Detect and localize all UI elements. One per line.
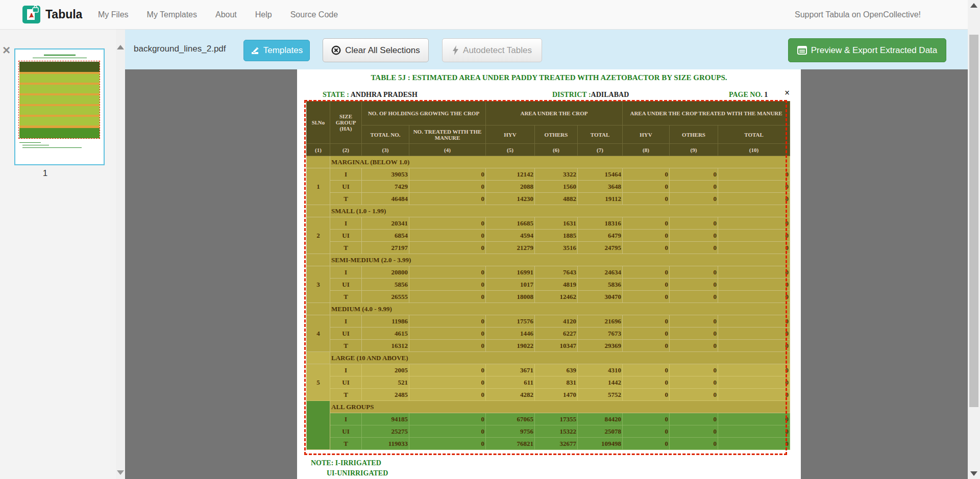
page-scrollbar[interactable]	[968, 0, 980, 479]
table-cell: 521	[362, 376, 409, 389]
table-cell: 119033	[362, 438, 409, 450]
irrigation-code-cell: T	[330, 389, 362, 401]
table-cell: 17355	[535, 413, 578, 425]
table-row: T24850428214705752000	[307, 389, 790, 401]
table-cell: 0	[718, 266, 790, 279]
table-cell: 11986	[362, 315, 409, 327]
sidebar-scroll-down-icon[interactable]	[117, 470, 124, 475]
table-cell: 26555	[362, 291, 409, 303]
table-cell: 0	[409, 279, 486, 291]
section-sl-cell: 2	[307, 217, 330, 254]
col-number: (8)	[623, 144, 670, 156]
col-header-treated: NO. TREATED WITH THE MANURE	[409, 125, 486, 144]
sidebar-scrollbar[interactable]	[116, 30, 125, 479]
note-line-2: UI-UNIRRIGATED	[327, 469, 388, 477]
preview-export-button[interactable]: Preview & Export Extracted Data	[788, 38, 946, 62]
autodetect-tables-button: Autodetect Tables	[442, 38, 542, 62]
table-cell: 0	[670, 389, 718, 401]
templates-button[interactable]: Templates	[243, 40, 310, 61]
table-cell: 2485	[362, 389, 409, 401]
table-cell: 0	[409, 181, 486, 193]
scroll-up-icon[interactable]	[970, 3, 977, 8]
remove-page-icon[interactable]: ×	[3, 45, 10, 55]
page-no-value: 1	[764, 91, 768, 98]
irrigation-code-cell: I	[330, 364, 362, 376]
table-cell: 0	[670, 438, 718, 450]
col-number: (7)	[578, 144, 623, 156]
table-cell: 0	[670, 230, 718, 242]
nav-item-my-files[interactable]: My Files	[98, 10, 129, 19]
table-cell: 39053	[362, 168, 409, 181]
nav-item-my-templates[interactable]: My Templates	[147, 10, 197, 19]
col-number: (6)	[535, 144, 578, 156]
table-cell: 0	[623, 413, 670, 425]
table-cell: 16312	[362, 340, 409, 352]
table-cell: 4615	[362, 327, 409, 340]
col-header-holdings: NO. OF HOLDINGS GROWING THE CROP	[362, 102, 486, 125]
table-cell: 0	[623, 291, 670, 303]
table-cell: 1446	[486, 327, 535, 340]
table-cell: 0	[623, 425, 670, 438]
irrigation-code-cell: UI	[330, 230, 362, 242]
irrigation-code-cell: UI	[330, 327, 362, 340]
section-label: LARGE (10 AND ABOVE)	[330, 352, 790, 364]
table-cell: 0	[670, 425, 718, 438]
table-cell: 0	[670, 181, 718, 193]
table-cell: 0	[623, 168, 670, 181]
table-cell: 0	[718, 327, 790, 340]
sidebar-scroll-up-icon[interactable]	[117, 45, 124, 49]
table-cell: 18316	[578, 217, 623, 230]
selection-close-icon[interactable]: ×	[785, 89, 790, 97]
clear-all-selections-button[interactable]: Clear All Selections	[323, 38, 429, 62]
support-link[interactable]: Support Tabula on OpenCollective!	[795, 0, 921, 30]
table-cell: 3322	[535, 168, 578, 181]
table-row: UI52106118311442000	[307, 376, 790, 389]
table-cell: 0	[623, 279, 670, 291]
pdf-page[interactable]: TABLE 5J : ESTIMATED AREA UNDER PADDY TR…	[297, 69, 801, 479]
table-cell: 0	[718, 168, 790, 181]
template-import-icon	[251, 47, 259, 55]
top-navbar: Tabula My Files My Templates About Help …	[0, 0, 968, 30]
table-cell: 25275	[362, 425, 409, 438]
table-cell: 0	[409, 291, 486, 303]
table-cell: 0	[409, 266, 486, 279]
state-value: ANDHRA PRADESH	[351, 91, 418, 98]
table-cell: 3648	[578, 181, 623, 193]
table-cell: 21279	[486, 242, 535, 254]
autodetect-label: Autodetect Tables	[463, 45, 532, 56]
table-cell: 0	[670, 364, 718, 376]
table-cell: 0	[718, 217, 790, 230]
nav-item-about[interactable]: About	[215, 10, 237, 19]
page-thumbnail[interactable]	[14, 48, 105, 165]
table-cell: 25078	[578, 425, 623, 438]
scrollbar-thumb[interactable]	[969, 35, 978, 407]
table-cell: 16685	[486, 217, 535, 230]
table-cell: 0	[718, 315, 790, 327]
tabula-brand[interactable]: Tabula	[22, 6, 82, 23]
table-row: T11903307682132677109498000	[307, 438, 790, 450]
table-cell: 0	[409, 340, 486, 352]
scroll-down-icon[interactable]	[970, 471, 977, 476]
section-label: SEMI-MEDIUM (2.0 - 3.99)	[330, 254, 790, 266]
nav-item-help[interactable]: Help	[255, 10, 272, 19]
templates-label: Templates	[263, 45, 303, 56]
irrigation-code-cell: I	[330, 217, 362, 230]
table-cell: 1442	[578, 376, 623, 389]
table-row: UI68540459418856479000	[307, 230, 790, 242]
table-cell: 14230	[486, 193, 535, 205]
nav-item-source-code[interactable]: Source Code	[290, 10, 338, 19]
section-sl-cell: 3	[307, 266, 330, 303]
table-cell: 27197	[362, 242, 409, 254]
section-label: ALL GROUPS	[330, 401, 790, 413]
remove-circle-icon	[331, 45, 341, 55]
extracted-data-table: Sl.No SIZE GROUP (HA) NO. OF HOLDINGS GR…	[306, 101, 790, 450]
irrigation-code-cell: T	[330, 193, 362, 205]
table-cell: 4819	[535, 279, 578, 291]
table-cell: 1885	[535, 230, 578, 242]
col-header-area: AREA UNDER THE CROP	[486, 102, 623, 125]
thumb-subtitle-line	[33, 58, 87, 58]
page-no-label: PAGE NO.	[729, 91, 763, 98]
table-row: UI46150144662277673000	[307, 327, 790, 340]
section-band: MEDIUM (4.0 - 9.99)	[307, 303, 790, 315]
table-cell: 0	[623, 230, 670, 242]
